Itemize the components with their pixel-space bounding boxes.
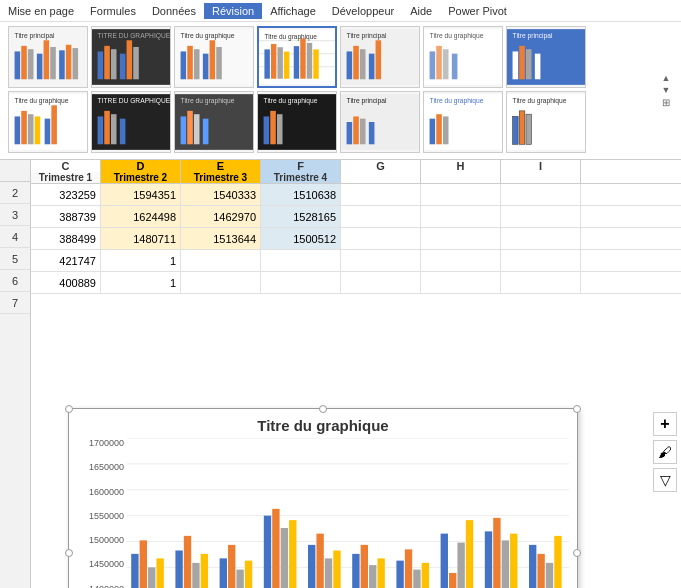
svg-text:Titre principal: Titre principal <box>513 32 553 40</box>
cell-e2[interactable]: 1540333 <box>181 184 261 205</box>
cell-e5[interactable] <box>181 250 261 271</box>
resize-handle-right[interactable] <box>573 549 581 557</box>
cell-g4[interactable] <box>341 228 421 249</box>
svg-rect-6 <box>59 50 65 79</box>
chart-style-10[interactable]: Titre du graphique <box>174 91 254 153</box>
menubar-mise-en-page[interactable]: Mise en page <box>0 3 82 19</box>
col-h-header[interactable]: H <box>421 160 501 172</box>
svg-rect-128 <box>361 545 368 588</box>
y-label-5: 1600000 <box>77 487 124 497</box>
svg-rect-16 <box>133 47 139 79</box>
cell-i3[interactable] <box>501 206 581 227</box>
trimestre-f-label: Trimestre 4 <box>261 172 341 183</box>
menubar-donnees[interactable]: Données <box>144 3 204 19</box>
y-label-6: 1650000 <box>77 462 124 472</box>
cell-e3[interactable]: 1462970 <box>181 206 261 227</box>
cell-g5[interactable] <box>341 250 421 271</box>
svg-rect-126 <box>333 551 340 589</box>
cell-f6[interactable] <box>261 272 341 293</box>
cell-f3[interactable]: 1528165 <box>261 206 341 227</box>
chart-style-3[interactable]: Titre du graphique <box>174 26 254 88</box>
cell-i4[interactable] <box>501 228 581 249</box>
cell-d2[interactable]: 1594351 <box>101 184 181 205</box>
cell-h6[interactable] <box>421 272 501 293</box>
resize-handle-tl[interactable] <box>65 405 73 413</box>
svg-rect-107 <box>131 554 138 588</box>
svg-rect-0 <box>15 51 21 79</box>
svg-rect-47 <box>430 51 436 79</box>
cell-h4[interactable] <box>421 228 501 249</box>
menubar-aide[interactable]: Aide <box>402 3 440 19</box>
cell-c3[interactable]: 388739 <box>31 206 101 227</box>
col-f-header[interactable]: F <box>261 160 341 172</box>
ribbon-scroll[interactable]: ▲ ▼ ⊞ <box>659 26 673 155</box>
cell-i6[interactable] <box>501 272 581 293</box>
svg-rect-112 <box>184 536 191 588</box>
cell-h2[interactable] <box>421 184 501 205</box>
chart-style-1[interactable]: Titre principal <box>8 26 88 88</box>
cell-d4[interactable]: 1480711 <box>101 228 181 249</box>
chart-style-4[interactable]: Titre du graphique Style 4 <box>257 26 337 88</box>
cell-e4[interactable]: 1513644 <box>181 228 261 249</box>
chart-overlay[interactable]: Titre du graphique 1700000 1650000 16000… <box>68 408 578 588</box>
cell-e6[interactable] <box>181 272 261 293</box>
svg-rect-69 <box>111 114 117 144</box>
chart-style-6[interactable]: Titre du graphique <box>423 26 503 88</box>
chart-style-11[interactable]: Titre du graphique <box>257 91 337 153</box>
svg-rect-132 <box>405 549 412 588</box>
menubar-formules[interactable]: Formules <box>82 3 144 19</box>
svg-rect-120 <box>272 509 279 588</box>
col-e-header[interactable]: E <box>181 160 261 172</box>
col-i-header[interactable]: I <box>501 160 581 172</box>
svg-rect-118 <box>245 561 252 588</box>
chart-style-9[interactable]: TITRE DU GRAPHIQUE <box>91 91 171 153</box>
cell-g2[interactable] <box>341 184 421 205</box>
cell-d3[interactable]: 1624498 <box>101 206 181 227</box>
chart-style-5[interactable]: Titre principal <box>340 26 420 88</box>
filter-icon[interactable]: ▽ <box>653 468 677 492</box>
cell-c2[interactable]: 323259 <box>31 184 101 205</box>
chart-style-7[interactable]: Titre principal <box>506 26 586 88</box>
svg-rect-68 <box>104 111 110 144</box>
cell-i2[interactable] <box>501 184 581 205</box>
chart-style-12[interactable]: Titre principal <box>340 91 420 153</box>
cell-h3[interactable] <box>421 206 501 227</box>
cell-i5[interactable] <box>501 250 581 271</box>
svg-rect-119 <box>264 516 271 588</box>
menubar: Mise en page Formules Données Révision A… <box>0 0 681 22</box>
cell-g6[interactable] <box>341 272 421 293</box>
chart-style-14[interactable]: Titre du graphique <box>506 91 586 153</box>
add-element-icon[interactable]: + <box>653 412 677 436</box>
cell-d5[interactable]: 1 <box>101 250 181 271</box>
col-g-header[interactable]: G <box>341 160 421 172</box>
cell-c5[interactable]: 421747 <box>31 250 101 271</box>
paint-brush-icon[interactable]: 🖌 <box>653 440 677 464</box>
cell-c4[interactable]: 388499 <box>31 228 101 249</box>
svg-rect-11 <box>98 51 104 79</box>
menubar-affichage[interactable]: Affichage <box>262 3 324 19</box>
cell-d6[interactable]: 1 <box>101 272 181 293</box>
resize-handle-tr[interactable] <box>573 405 581 413</box>
cell-f2[interactable]: 1510638 <box>261 184 341 205</box>
cell-f5[interactable] <box>261 250 341 271</box>
menubar-power-pivot[interactable]: Power Pivot <box>440 3 515 19</box>
col-c-header[interactable]: C <box>31 160 101 172</box>
ribbon: Titre principal TITRE DU GRAPHIQUE Titre… <box>0 22 681 160</box>
resize-handle-top[interactable] <box>319 405 327 413</box>
row-label-7: 7 <box>0 292 30 314</box>
col-d-header[interactable]: D <box>101 160 181 172</box>
cell-f4[interactable]: 1500512 <box>261 228 341 249</box>
chart-style-13[interactable]: Titre du graphique <box>423 91 503 153</box>
cell-c6[interactable]: 400889 <box>31 272 101 293</box>
chart-style-8[interactable]: Titre du graphique <box>8 91 88 153</box>
chart-style-grid: Titre principal TITRE DU GRAPHIQUE Titre… <box>8 26 655 153</box>
resize-handle-left[interactable] <box>65 549 73 557</box>
cell-g3[interactable] <box>341 206 421 227</box>
svg-rect-84 <box>347 122 353 144</box>
menubar-developpeur[interactable]: Développeur <box>324 3 402 19</box>
svg-rect-133 <box>413 570 420 588</box>
svg-rect-56 <box>535 54 541 80</box>
chart-style-2[interactable]: TITRE DU GRAPHIQUE <box>91 26 171 88</box>
cell-h5[interactable] <box>421 250 501 271</box>
menubar-revision[interactable]: Révision <box>204 3 262 19</box>
